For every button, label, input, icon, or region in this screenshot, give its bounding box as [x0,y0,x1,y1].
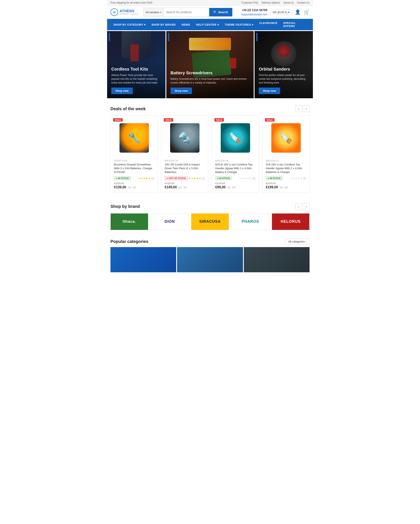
nav-clearance[interactable]: CLEARANCE [256,19,280,30]
price-vat-1: INC. VAT [178,186,187,189]
stock-badge-0: ● IN STOCK [114,176,131,180]
logo-icon: ⚙ [110,9,118,16]
price-old-1: €169,00 [165,182,205,185]
all-categories-button[interactable]: All categories › [285,238,310,245]
brand-dion[interactable]: DION [151,213,189,230]
hero-desc-battery: Battery Screwdrivers are a must-have pow… [171,77,250,85]
hero-title-battery: Battery Screwdrivers [171,70,250,75]
top-bar-links: Customer FAQ Delivery Options About Us C… [242,1,310,4]
category-card-3[interactable] [244,247,310,272]
logo[interactable]: ⚙ ATHENS POWER TOOLS [110,9,140,16]
help-chevron-icon: ▾ [217,23,219,26]
hero-btn-battery[interactable]: Shop now [171,87,192,94]
logo-subtitle: POWER TOOLS [120,13,138,15]
product-card-3[interactable]: SALE 🪚 MASSALIA S-B 18V Li-ion Cordless … [262,115,310,193]
price-old-2: €129,00 [215,182,255,185]
product-image-0: 🔧 [114,119,154,157]
delivery-options-link[interactable]: Delivery Options [262,1,280,4]
contact-info: +30 (0) 1234 56789 support@example.com [236,8,267,17]
deals-prev-btn[interactable]: ‹ [295,105,302,112]
brands-header: Shop by brand ‹ › [110,203,310,210]
email-address: support@example.com [236,13,267,17]
category-chevron-icon: ▾ [144,23,146,26]
stars-1: ★★★★★ (1) [189,176,205,180]
product-name-2: 8JS-B 18V Li-ion Cordless Top Handle Jig… [215,163,255,174]
price-vat-2: INC. VAT [227,186,236,189]
category-card-2[interactable] [177,247,243,272]
sale-badge-1: SALE [164,118,173,122]
hero-card-orbital[interactable]: Orbital Sanders Find the perfect orbital… [254,31,313,98]
nav-help-center[interactable]: HELP CENTER ▾ [193,21,222,29]
shipping-notice: Free shipping for all orders over €100 [110,1,152,4]
currency-selector[interactable]: GR (EUR €) ▾ [271,10,291,15]
categories-title: Popular categories [110,239,148,244]
cart-icon: 🛒 [304,9,310,15]
product-card-2[interactable]: SALE 🪚 MASSALIA 8JS-B 18V Li-ion Cordles… [212,115,259,193]
cart-button[interactable]: 🛒 [304,9,310,15]
product-card-0[interactable]: SALE 🔧 SIRACUSA Brushless Drywall Screwd… [110,115,158,193]
nav-left: SHOP BY CATEGORY ▾ SHOP BY BRAND NEWS HE… [110,21,256,29]
deals-nav-arrows: ‹ › [295,105,310,112]
about-us-link[interactable]: About Us [283,1,294,4]
product-card-1[interactable]: SALE 🔩 MASSALIA 18V XR Combi Drill & Imp… [161,115,208,193]
price-new-3: €199,00 [266,185,278,189]
nav-news[interactable]: NEWS [179,21,193,29]
price-old-0: €159,00 [114,182,154,185]
stars-2: ★★★★★ (0) [239,176,255,180]
sale-badge-3: SALE [265,118,274,122]
currency-chevron-icon: ▾ [288,11,289,14]
hero-title-orbital: Orbital Sanders [259,67,309,72]
category-card-1[interactable] [110,247,176,272]
nav-theme-features[interactable]: THEME FEATURES ▾ [222,21,256,29]
search-button[interactable]: 🔍 Search [209,8,232,16]
price-new-1: €149,00 [165,185,177,189]
price-row-3: €199,00 INC. VAT [266,185,306,189]
top-bar: Free shipping for all orders over €100 C… [107,0,313,6]
deals-title: Deals of the week [110,106,146,111]
vendor-selector[interactable]: All Vendors ▾ [143,8,164,16]
nav-right: CLEARANCE SPECIAL OFFERS [256,19,310,30]
hero-card-cordless[interactable]: Cordless Tool Kits Athens Power Tools pr… [107,31,166,98]
categories-preview [107,247,313,272]
brands-next-btn[interactable]: › [303,203,310,210]
hero-btn-orbital[interactable]: Shop now [259,87,280,94]
brand-ithaca[interactable]: Ithaca. [110,213,148,230]
brands-section: Shop by brand ‹ › Ithaca. DION SIRACUSA … [107,197,313,234]
account-button[interactable]: 👤 [295,9,300,15]
product-brand-1: MASSALIA [165,159,205,162]
main-nav: SHOP BY CATEGORY ▾ SHOP BY BRAND NEWS HE… [107,19,313,30]
product-meta-2: ● IN STOCK ★★★★★ (0) [215,176,255,180]
vendor-chevron-icon: ▾ [160,11,161,13]
brands-nav-arrows: ‹ › [295,203,310,210]
nav-shop-by-brand[interactable]: SHOP BY BRAND [149,21,178,29]
brands-grid: Ithaca. DION SIRACUSA PHAROS HELORUS [110,213,310,230]
all-categories-chevron-icon: › [306,240,306,243]
hero-overlay-cordless: Cordless Tool Kits Athens Power Tools pr… [107,62,166,98]
header-right: GR (EUR €) ▾ 👤 🛒 [271,9,310,15]
price-row-0: €139,00 INC. VAT [114,185,154,189]
customer-faq-link[interactable]: Customer FAQ [242,1,258,4]
brand-siracusa[interactable]: SIRACUSA [191,213,229,230]
nav-special-offers[interactable]: SPECIAL OFFERS [280,19,310,30]
product-image-2: 🪚 [215,119,255,157]
hero-overlay-orbital: Orbital Sanders Find the perfect orbital… [254,62,313,98]
contact-us-link[interactable]: Contact Us [297,1,310,4]
deals-next-btn[interactable]: › [303,105,310,112]
search-input[interactable] [164,8,209,16]
hero-btn-cordless[interactable]: Shop now [111,87,133,94]
product-image-3: 🪚 [266,119,306,157]
brand-pharos[interactable]: PHAROS [231,213,269,230]
product-name-1: 18V XR Combi Drill & Impact Driver Twin … [165,163,205,174]
brands-prev-btn[interactable]: ‹ [295,203,302,210]
product-grid: SALE 🔧 SIRACUSA Brushless Drywall Screwd… [110,115,310,193]
stock-badge-3: ● IN STOCK [266,176,283,180]
nav-shop-by-category[interactable]: SHOP BY CATEGORY ▾ [110,21,149,29]
search-icon: 🔍 [213,10,217,14]
brand-helorus[interactable]: HELORUS [272,213,310,230]
price-old-3: €259,00 [266,182,306,185]
hero-card-battery[interactable]: Battery Screwdrivers Battery Screwdriver… [166,31,254,98]
search-bar: All Vendors ▾ 🔍 Search [143,8,232,17]
logo-title: ATHENS [120,9,138,13]
stock-badge-2: ● IN STOCK [215,176,232,180]
price-new-2: €99,00 [215,185,226,189]
